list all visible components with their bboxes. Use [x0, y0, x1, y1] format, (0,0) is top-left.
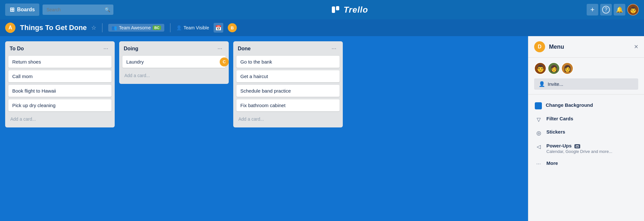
panel-title: Menu — [549, 44, 564, 50]
card-bathroom[interactable]: Fix bathroom cabinet — [236, 99, 340, 111]
add-card-button-done[interactable]: Add a card... — [236, 114, 340, 124]
list-menu-button-todo[interactable]: ··· — [101, 45, 110, 53]
list-title-done: Done — [238, 46, 251, 52]
menu-item-change-background[interactable]: Change Background — [532, 99, 641, 113]
card-laundry[interactable]: Laundry C — [122, 56, 226, 68]
team-icon: 👥 — [111, 25, 117, 30]
member-emoji-2: 👩 — [550, 65, 558, 72]
panel-header-left: D Menu — [534, 41, 564, 52]
divider-2 — [170, 23, 170, 32]
label-d-badge: D — [534, 41, 545, 52]
list-menu-button-doing[interactable]: ··· — [216, 45, 224, 53]
card-text: Go to the bank — [240, 59, 272, 65]
lists-area: To Do ··· Return shoes Call mom Book fli… — [0, 36, 528, 221]
team-tag[interactable]: 👥 Team Awesome BC — [108, 24, 164, 32]
member-avatar-3[interactable]: 👩 — [561, 62, 573, 75]
invite-label: Invite... — [548, 81, 563, 87]
card-haircut[interactable]: Get a haircut — [236, 70, 340, 82]
add-card-button-doing[interactable]: Add a card... — [122, 70, 226, 81]
boards-button[interactable]: ⊞ Boards — [5, 4, 39, 16]
list-doing: Doing ··· Laundry C Add a card... — [119, 41, 229, 84]
list-title-todo: To Do — [10, 46, 24, 52]
card-text: Fix bathroom cabinet — [240, 103, 285, 108]
add-icon: + — [591, 5, 595, 14]
stickers-label: Stickers — [546, 129, 565, 135]
trello-logo-icon — [332, 6, 341, 13]
more-icon: ··· — [535, 161, 543, 166]
menu-item-filter-cards[interactable]: ▽ Filter Cards — [532, 113, 641, 126]
help-button[interactable]: ? — [600, 4, 612, 15]
calendar-icon: 📅 — [215, 25, 222, 31]
card-text: Get a haircut — [240, 74, 268, 79]
card-book-flight[interactable]: Book flight to Hawaii — [8, 85, 111, 97]
board-title: Things To Get Done — [20, 24, 87, 32]
label-c-badge: C — [220, 57, 229, 66]
card-text: Call mom — [12, 74, 33, 79]
change-background-label: Change Background — [546, 102, 593, 108]
panel-header: D Menu × — [528, 36, 644, 58]
menu-item-text: More — [546, 160, 558, 166]
member-avatar-2[interactable]: 👩 — [548, 62, 560, 75]
list-menu-button-done[interactable]: ··· — [330, 45, 338, 53]
menu-item-more[interactable]: ··· More — [532, 157, 641, 169]
nav-actions: + ? 🔔 👨 — [587, 4, 639, 15]
panel-members-section: 👨 👩 👩 👤 Invite... — [528, 58, 644, 95]
add-card-button-todo[interactable]: Add a card... — [8, 114, 111, 124]
label-b-badge: B — [228, 23, 237, 32]
menu-item-text: Filter Cards — [546, 116, 573, 121]
invite-button[interactable]: 👤 Invite... — [534, 78, 638, 90]
invite-icon: 👤 — [539, 81, 545, 87]
list-header-done: Done ··· — [236, 45, 340, 53]
divider — [102, 23, 102, 32]
card-band-practice[interactable]: Schedule band practice — [236, 85, 340, 97]
team-badge: BC — [153, 25, 161, 30]
card-text: Return shoes — [12, 59, 41, 65]
card-text: Laundry — [126, 59, 144, 65]
member-emoji-1: 👨 — [536, 64, 545, 73]
menu-item-stickers[interactable]: ◎ Stickers — [532, 126, 641, 140]
add-button[interactable]: + — [587, 4, 598, 15]
visibility-tag[interactable]: 👤 Team Visible — [176, 25, 209, 30]
boards-label: Boards — [17, 7, 35, 13]
panel-menu-items: Change Background ▽ Filter Cards ◎ Stick… — [528, 95, 644, 221]
close-icon: × — [634, 43, 638, 51]
team-name-label: Team Awesome — [119, 25, 151, 30]
boards-grid-icon: ⊞ — [10, 6, 14, 13]
visibility-label: Team Visible — [184, 25, 209, 30]
list-header-todo: To Do ··· — [8, 45, 111, 53]
member-emoji-3: 👩 — [563, 65, 572, 72]
member-avatar-1[interactable]: 👨 — [534, 62, 546, 75]
menu-item-text: Power-Ups 🗃 Calendar, Google Drive and m… — [546, 143, 612, 154]
board-area: To Do ··· Return shoes Call mom Book fli… — [0, 36, 644, 221]
notifications-button[interactable]: 🔔 — [614, 4, 625, 15]
filter-icon: ▽ — [535, 116, 543, 123]
user-avatar-emoji: 👨 — [629, 6, 637, 14]
panel-close-button[interactable]: × — [634, 43, 638, 51]
menu-item-power-ups[interactable]: ◁ Power-Ups 🗃 Calendar, Google Drive and… — [532, 140, 641, 157]
star-button[interactable]: ☆ — [91, 24, 96, 31]
powerup-badge: 🗃 — [574, 144, 580, 148]
menu-item-text: Stickers — [546, 129, 565, 135]
card-call-mom[interactable]: Call mom — [8, 70, 111, 82]
calendar-button[interactable]: 📅 — [214, 23, 223, 33]
power-ups-label: Power-Ups 🗃 — [546, 143, 612, 148]
logo-bar-left — [332, 6, 335, 13]
search-input[interactable] — [43, 5, 113, 15]
bell-icon: 🔔 — [616, 6, 623, 13]
trello-logo-text: Trello — [343, 5, 368, 15]
card-text: Pick up dry cleaning — [12, 103, 55, 108]
list-todo: To Do ··· Return shoes Call mom Book fli… — [5, 41, 115, 127]
list-title-doing: Doing — [124, 46, 138, 52]
filter-cards-label: Filter Cards — [546, 116, 573, 121]
board-subheader: A Things To Get Done ☆ 👥 Team Awesome BC… — [0, 19, 644, 36]
list-done: Done ··· Go to the bank Get a haircut Sc… — [233, 41, 343, 127]
search-wrapper: 🔍 — [43, 5, 113, 15]
card-dry-cleaning[interactable]: Pick up dry cleaning — [8, 99, 111, 111]
trello-logo: Trello — [117, 5, 583, 15]
member-avatars-group: 👨 👩 👩 — [534, 62, 638, 75]
card-return-shoes[interactable]: Return shoes — [8, 56, 111, 68]
card-go-bank[interactable]: Go to the bank — [236, 56, 340, 68]
user-avatar[interactable]: 👨 — [627, 4, 639, 15]
power-ups-sublabel: Calendar, Google Drive and more... — [546, 149, 612, 154]
top-navigation: ⊞ Boards 🔍 Trello + ? 🔔 👨 — [0, 0, 644, 19]
